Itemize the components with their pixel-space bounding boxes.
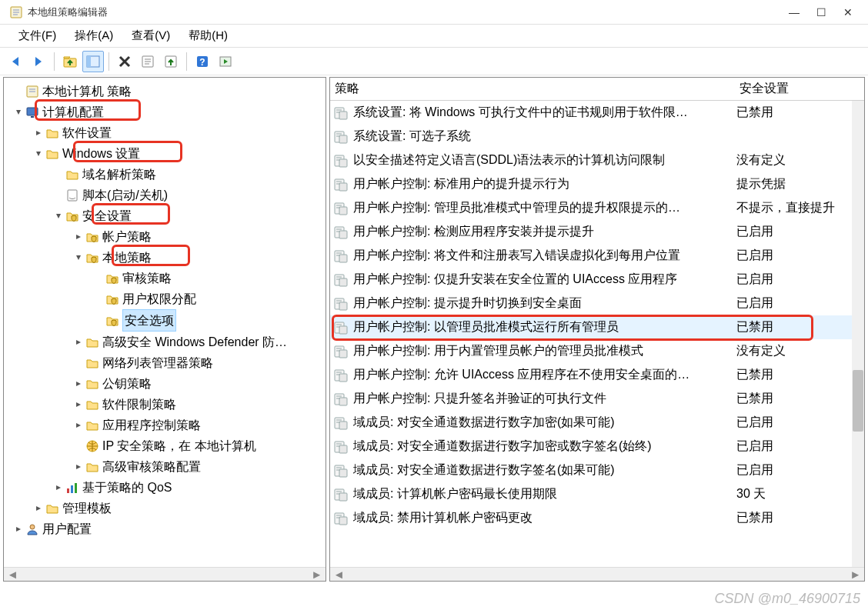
tree-admin-templates[interactable]: ▸管理模板 bbox=[5, 498, 326, 518]
tree-name-res[interactable]: 域名解析策略 bbox=[5, 164, 326, 185]
tree-security-options[interactable]: 安全选项 bbox=[5, 309, 326, 332]
tree-user-rights[interactable]: 用户权限分配 bbox=[5, 288, 326, 309]
policy-name: 用户帐户控制: 只提升签名并验证的可执行文件 bbox=[353, 391, 736, 407]
tree-ipsec[interactable]: IP 安全策略，在 本地计算机 bbox=[5, 435, 326, 456]
policy-value: 已启用 bbox=[736, 295, 864, 312]
policy-icon bbox=[333, 296, 349, 312]
app-icon bbox=[9, 5, 23, 19]
policy-row[interactable]: 用户帐户控制: 仅提升安装在安全位置的 UIAccess 应用程序已启用 bbox=[330, 268, 864, 292]
expand-icon[interactable]: ▾ bbox=[72, 247, 85, 268]
tree-srp[interactable]: ▸软件限制策略 bbox=[5, 394, 326, 415]
svg-text:?: ? bbox=[199, 57, 205, 68]
expand-icon[interactable]: ▸ bbox=[72, 332, 85, 352]
list-vscroll-thumb[interactable] bbox=[853, 370, 863, 432]
policy-icon bbox=[333, 368, 349, 383]
policy-row[interactable]: 用户帐户控制: 将文件和注册表写入错误虚拟化到每用户位置已启用 bbox=[330, 244, 864, 268]
folder-icon bbox=[25, 85, 39, 98]
tree-software-settings[interactable]: ▸软件设置 bbox=[5, 122, 326, 143]
tree-qos[interactable]: ▸基于策略的 QoS bbox=[5, 477, 326, 498]
folder-icon bbox=[45, 147, 59, 161]
tree-appctrl[interactable]: ▸应用程序控制策略 bbox=[5, 415, 326, 435]
run-button[interactable] bbox=[215, 51, 236, 72]
svg-rect-71 bbox=[339, 374, 347, 382]
menu-action[interactable]: 操作(A) bbox=[65, 25, 122, 46]
policy-value: 已启用 bbox=[736, 224, 864, 240]
tree-account-policy[interactable]: ▸帐户策略 bbox=[5, 226, 326, 247]
policy-row[interactable]: 用户帐户控制: 允许 UIAccess 应用程序在不使用安全桌面的…已禁用 bbox=[330, 363, 864, 387]
policy-row[interactable]: 用户帐户控制: 检测应用程序安装并提示提升已启用 bbox=[330, 220, 864, 244]
menubar: 文件(F) 操作(A) 查看(V) 帮助(H) bbox=[0, 25, 868, 48]
expand-icon[interactable]: ▸ bbox=[72, 226, 85, 247]
menu-file[interactable]: 文件(F) bbox=[9, 25, 65, 46]
tree-label: 脚本(启动/关机) bbox=[82, 185, 168, 205]
minimize-button[interactable]: — bbox=[789, 6, 800, 18]
tree-local-policy[interactable]: ▾本地策略 bbox=[5, 247, 326, 268]
policy-row[interactable]: 用户帐户控制: 提示提升时切换到安全桌面已启用 bbox=[330, 292, 864, 315]
policy-icon bbox=[333, 177, 349, 192]
policy-row[interactable]: 用户帐户控制: 以管理员批准模式运行所有管理员已禁用 bbox=[330, 315, 864, 339]
menu-view[interactable]: 查看(V) bbox=[122, 25, 179, 46]
back-button[interactable] bbox=[5, 51, 26, 72]
expand-icon[interactable]: ▾ bbox=[32, 143, 45, 164]
policy-row[interactable]: 域成员: 对安全通道数据进行数字加密或数字签名(始终)已启用 bbox=[330, 435, 864, 458]
titlebar: 本地组策略编辑器 — ☐ ✕ bbox=[0, 0, 868, 25]
expand-icon[interactable]: ▾ bbox=[12, 102, 25, 122]
tree-defender[interactable]: ▸高级安全 Windows Defender 防… bbox=[5, 332, 326, 352]
policy-icon bbox=[333, 153, 349, 168]
policy-row[interactable]: 用户帐户控制: 用于内置管理员帐户的管理员批准模式没有定义 bbox=[330, 339, 864, 363]
policy-row[interactable]: 用户帐户控制: 只提升签名并验证的可执行文件已禁用 bbox=[330, 387, 864, 411]
tree-pubkey[interactable]: ▸公钥策略 bbox=[5, 373, 326, 394]
policy-row[interactable]: 系统设置: 将 Windows 可执行文件中的证书规则用于软件限…已禁用 bbox=[330, 101, 864, 125]
policy-row[interactable]: 域成员: 计算机帐户密码最长使用期限30 天 bbox=[330, 482, 864, 506]
policy-value: 没有定义 bbox=[736, 343, 864, 359]
expand-icon[interactable]: ▸ bbox=[12, 518, 25, 539]
policy-row[interactable]: 域成员: 禁用计算机帐户密码更改已禁用 bbox=[330, 506, 864, 530]
forward-button[interactable] bbox=[28, 51, 49, 72]
tree-label: 高级安全 Windows Defender 防… bbox=[102, 332, 287, 352]
tree-security-settings[interactable]: ▾安全设置 bbox=[5, 205, 326, 226]
policy-row[interactable]: 用户帐户控制: 标准用户的提升提示行为提示凭据 bbox=[330, 172, 864, 196]
list-pane[interactable]: 策略 安全设置 系统设置: 将 Windows 可执行文件中的证书规则用于软件限… bbox=[329, 77, 865, 582]
menu-help[interactable]: 帮助(H) bbox=[179, 25, 237, 46]
tree-advaudit[interactable]: ▸高级审核策略配置 bbox=[5, 456, 326, 477]
tree-pane[interactable]: 本地计算机 策略▾计算机配置▸软件设置▾Windows 设置域名解析策略脚本(启… bbox=[3, 77, 326, 582]
svg-rect-43 bbox=[339, 207, 347, 215]
tree-computer-config[interactable]: ▾计算机配置 bbox=[5, 102, 326, 122]
maximize-button[interactable]: ☐ bbox=[816, 6, 826, 18]
export-list-button[interactable] bbox=[160, 51, 182, 72]
tree-audit-policy[interactable]: 审核策略 bbox=[5, 268, 326, 288]
tree-hscroll[interactable]: ◄► bbox=[4, 567, 326, 581]
policy-row[interactable]: 域成员: 对安全通道数据进行数字签名(如果可能)已启用 bbox=[330, 458, 864, 482]
tree-label: 域名解析策略 bbox=[82, 164, 156, 185]
col-policy[interactable]: 策略 bbox=[330, 81, 736, 97]
showhide-pane-button[interactable] bbox=[82, 51, 104, 72]
list-hscroll[interactable]: ◄► bbox=[330, 567, 864, 581]
expand-icon[interactable]: ▸ bbox=[72, 394, 85, 415]
tree-scripts[interactable]: 脚本(启动/关机) bbox=[5, 185, 326, 205]
expand-icon[interactable]: ▸ bbox=[72, 415, 85, 435]
expand-icon[interactable]: ▾ bbox=[52, 205, 65, 226]
tree-windows-settings[interactable]: ▾Windows 设置 bbox=[5, 143, 326, 164]
expand-icon[interactable]: ▸ bbox=[72, 456, 85, 477]
help-button[interactable]: ? bbox=[192, 51, 213, 72]
svg-rect-55 bbox=[339, 278, 347, 286]
expand-icon[interactable]: ▸ bbox=[72, 373, 85, 394]
delete-button[interactable] bbox=[114, 51, 135, 72]
close-button[interactable]: ✕ bbox=[843, 6, 853, 18]
tree-nlm[interactable]: 网络列表管理器策略 bbox=[5, 352, 326, 373]
list-header[interactable]: 策略 安全设置 bbox=[330, 78, 864, 101]
col-setting[interactable]: 安全设置 bbox=[736, 81, 864, 97]
policy-row[interactable]: 以安全描述符定义语言(SDDL)语法表示的计算机访问限制没有定义 bbox=[330, 148, 864, 172]
expand-icon[interactable]: ▸ bbox=[52, 477, 65, 498]
expand-icon[interactable]: ▸ bbox=[32, 122, 45, 143]
policy-value: 已启用 bbox=[736, 415, 864, 431]
tree-root[interactable]: 本地计算机 策略 bbox=[5, 81, 326, 102]
policy-row[interactable]: 域成员: 对安全通道数据进行数字加密(如果可能)已启用 bbox=[330, 411, 864, 435]
folder-up-button[interactable] bbox=[59, 51, 81, 72]
policy-row[interactable]: 系统设置: 可选子系统 bbox=[330, 125, 864, 148]
expand-icon[interactable]: ▸ bbox=[32, 498, 45, 518]
properties-button[interactable] bbox=[137, 51, 159, 72]
list-vscroll[interactable] bbox=[852, 101, 864, 581]
policy-row[interactable]: 用户帐户控制: 管理员批准模式中管理员的提升权限提示的…不提示，直接提升 bbox=[330, 196, 864, 220]
tree-user-config[interactable]: ▸用户配置 bbox=[5, 518, 326, 539]
